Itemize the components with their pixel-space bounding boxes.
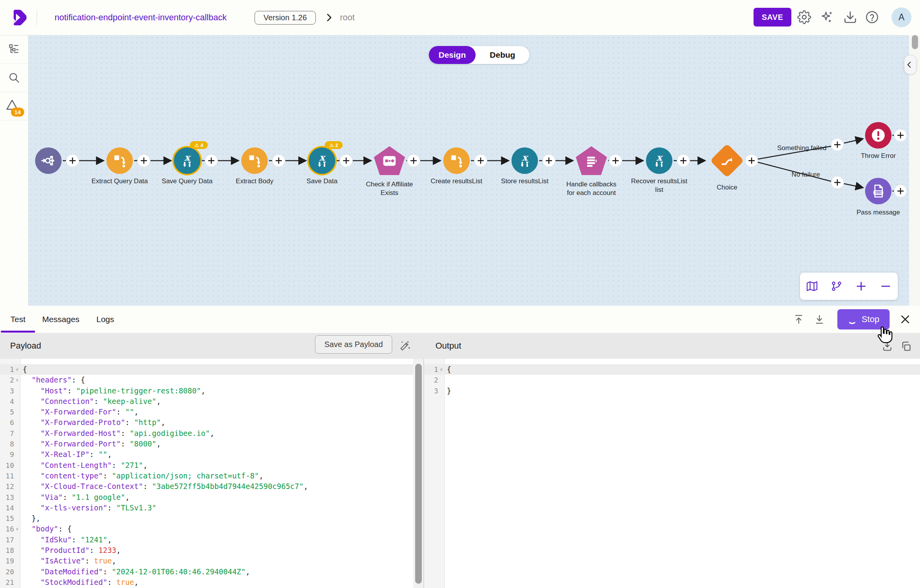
- sidebar-item-alerts[interactable]: 14: [0, 92, 28, 120]
- warning-badge[interactable]: 4: [190, 141, 208, 149]
- payload-scrollbar[interactable]: [413, 359, 423, 588]
- code-line[interactable]: 2: [424, 375, 920, 385]
- output-editor[interactable]: 1∨{23}: [424, 359, 920, 588]
- digibee-logo-icon[interactable]: [10, 9, 27, 26]
- code-line[interactable]: 8 "X-Forwarded-Port": "8000",: [0, 439, 423, 449]
- node-label: Handle callbacks for each account: [562, 180, 621, 197]
- transform-icon: [449, 154, 464, 168]
- payload-editor[interactable]: 1∨{2∨ "headers": {3 "Host": "pipeline-tr…: [0, 359, 423, 588]
- sidebar-item-search[interactable]: [0, 64, 28, 92]
- ai-sparkles-icon[interactable]: [820, 10, 834, 24]
- edge-label-success: No failure: [763, 171, 849, 179]
- node-trigger[interactable]: [35, 147, 62, 174]
- divider: [37, 10, 37, 25]
- node-step[interactable]: x: [174, 147, 200, 174]
- version-badge[interactable]: Version 1.26: [255, 11, 316, 25]
- add-step-button[interactable]: [340, 154, 352, 167]
- breadcrumb-root[interactable]: root: [340, 0, 355, 35]
- code-line[interactable]: 12 "X-Cloud-Trace-Context": "3abe572ff5b…: [0, 481, 423, 492]
- zoom-in-icon[interactable]: [855, 280, 867, 292]
- magic-wand-icon[interactable]: [399, 340, 411, 352]
- code-line[interactable]: 2∨ "headers": {: [0, 375, 423, 385]
- node-step[interactable]: x: [511, 147, 538, 174]
- code-line[interactable]: 3 "Host": "pipeline-trigger-rest:8080",: [0, 386, 423, 396]
- warning-triangle-icon: [195, 143, 199, 147]
- code-line[interactable]: 18 "ProductId": 1233,: [0, 545, 423, 556]
- page-scrollbar-track[interactable]: [909, 35, 920, 306]
- close-icon[interactable]: [899, 313, 911, 325]
- settings-gear-icon[interactable]: [797, 10, 811, 24]
- pipeline-designer-app: notification-endpoint-event-inventory-ca…: [0, 0, 920, 588]
- add-step-button[interactable]: [138, 154, 150, 167]
- save-as-payload-button[interactable]: Save as Payload: [315, 335, 392, 354]
- add-step-button[interactable]: [543, 154, 555, 167]
- pane-divider[interactable]: [423, 359, 424, 588]
- add-step-button[interactable]: [205, 154, 218, 167]
- code-line[interactable]: 15 },: [0, 513, 423, 524]
- node-throw-error[interactable]: [865, 122, 892, 149]
- svg-text:x: x: [656, 153, 663, 163]
- stop-label: Stop: [862, 314, 879, 324]
- node-step[interactable]: [106, 147, 133, 174]
- code-line[interactable]: 5 "X-Forwarded-For": "",: [0, 407, 423, 417]
- output-code[interactable]: 1∨{23}: [424, 359, 920, 396]
- code-line[interactable]: 20 "DateModified": "2024-12-01T06:40:46.…: [0, 567, 423, 577]
- node-label: Create resultsList: [418, 177, 495, 186]
- code-line[interactable]: 17 "IdSku": "1241",: [0, 535, 423, 545]
- warning-badge[interactable]: 2: [325, 141, 343, 149]
- minimap-icon[interactable]: [806, 280, 818, 292]
- collapse-panel-button[interactable]: [904, 55, 916, 74]
- add-step-button[interactable]: [407, 154, 420, 167]
- code-line[interactable]: 13 "Via": "1.1 google",: [0, 492, 423, 503]
- test-panel: Test Messages Logs Stop Payload Save as …: [0, 306, 920, 588]
- tab-logs[interactable]: Logs: [94, 306, 117, 333]
- code-line[interactable]: 7 "X-Forwarded-Host": "api.godigibee.io"…: [0, 428, 423, 439]
- tab-messages[interactable]: Messages: [42, 306, 80, 333]
- spinner-icon: [847, 315, 857, 324]
- tab-test[interactable]: Test: [4, 306, 32, 333]
- pipeline-canvas[interactable]: Design Debug: [28, 35, 909, 306]
- help-icon[interactable]: [865, 10, 879, 24]
- code-line[interactable]: 14 "x-tls-version": "TLSv1.3": [0, 503, 423, 513]
- active-tab-underline: [1, 331, 35, 333]
- download-pipeline-icon[interactable]: [843, 10, 857, 24]
- node-step[interactable]: [241, 147, 268, 174]
- code-line[interactable]: 11 "content-type": "application/json; ch…: [0, 471, 423, 481]
- code-line[interactable]: 19 "IsActive": true,: [0, 556, 423, 566]
- git-branch-icon[interactable]: [831, 280, 842, 292]
- save-button[interactable]: SAVE: [754, 8, 791, 27]
- node-step[interactable]: [443, 147, 470, 174]
- add-step-button[interactable]: [894, 129, 907, 142]
- copy-output-icon[interactable]: [901, 341, 911, 352]
- download-icon[interactable]: [814, 313, 825, 325]
- tree-view-icon: [8, 43, 20, 55]
- add-step-button[interactable]: [474, 154, 487, 167]
- add-step-button[interactable]: [609, 154, 622, 167]
- code-line[interactable]: 1∨{: [424, 364, 920, 375]
- payload-scrollbar-thumb[interactable]: [415, 364, 422, 584]
- code-line[interactable]: 3}: [424, 386, 920, 396]
- add-step-button[interactable]: [272, 154, 285, 167]
- node-step[interactable]: x: [309, 147, 335, 174]
- add-step-button[interactable]: [66, 154, 79, 167]
- page-scrollbar-thumb[interactable]: [912, 35, 918, 49]
- zoom-out-icon[interactable]: [880, 280, 892, 292]
- add-step-button[interactable]: [894, 185, 907, 197]
- payload-code[interactable]: 1∨{2∨ "headers": {3 "Host": "pipeline-tr…: [0, 359, 423, 588]
- sidebar-item-tree[interactable]: [0, 35, 28, 64]
- node-pass-message[interactable]: JSON: [865, 178, 892, 204]
- code-line[interactable]: 10 "Content-Length": "271",: [0, 460, 423, 471]
- node-label: Choice: [688, 183, 766, 192]
- add-step-button[interactable]: [745, 154, 758, 167]
- code-line[interactable]: 16∨ "body": {: [0, 524, 423, 534]
- code-line[interactable]: 9 "X-Real-IP": "",: [0, 449, 423, 460]
- editors: 1∨{2∨ "headers": {3 "Host": "pipeline-tr…: [0, 359, 920, 588]
- upload-icon[interactable]: [793, 313, 805, 325]
- add-step-button[interactable]: [677, 154, 690, 167]
- code-line[interactable]: 1∨{: [0, 364, 423, 375]
- code-line[interactable]: 6 "X-Forwarded-Proto": "http",: [0, 417, 423, 428]
- node-step[interactable]: x: [646, 147, 672, 174]
- user-avatar[interactable]: A: [892, 7, 911, 27]
- code-line[interactable]: 4 "Connection": "keep-alive",: [0, 396, 423, 407]
- code-line[interactable]: 21 "StockModified": true,: [0, 577, 423, 588]
